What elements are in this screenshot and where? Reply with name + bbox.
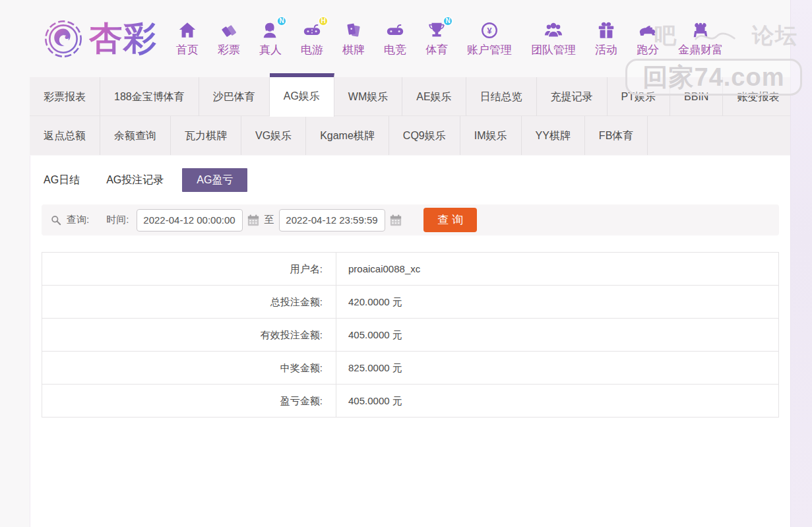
nav-item-活动[interactable]: 活动 bbox=[595, 20, 617, 57]
row-value: 825.0000 元 bbox=[336, 352, 778, 384]
subtab-row: AG日结AG投注记录AG盈亏 bbox=[44, 168, 790, 192]
esports-gamepad-icon bbox=[385, 20, 406, 40]
row-label: 用户名: bbox=[42, 253, 336, 285]
row-label: 总投注金额: bbox=[42, 286, 336, 318]
nav-item-体育[interactable]: N体育 bbox=[425, 20, 448, 57]
report-table: 用户名:proaicai0088_xc总投注金额:420.0000 元有效投注金… bbox=[42, 252, 779, 418]
date-range-separator: 至 bbox=[264, 214, 274, 226]
tab-WM娱乐[interactable]: WM娱乐 bbox=[334, 77, 402, 116]
nav-item-label: 活动 bbox=[595, 42, 617, 57]
tab-沙巴体育[interactable]: 沙巴体育 bbox=[199, 77, 270, 116]
tab-彩票报表[interactable]: 彩票报表 bbox=[30, 77, 100, 116]
home-icon bbox=[177, 20, 198, 40]
gift-icon bbox=[596, 20, 617, 40]
query-submit-button[interactable]: 查 询 bbox=[423, 208, 477, 232]
tab-IM娱乐[interactable]: IM娱乐 bbox=[460, 116, 522, 155]
rhino-icon bbox=[637, 20, 658, 40]
tab-瓦力棋牌[interactable]: 瓦力棋牌 bbox=[171, 116, 241, 155]
tab-余额查询[interactable]: 余额查询 bbox=[100, 116, 171, 155]
subtab-AG日结[interactable]: AG日结 bbox=[44, 168, 80, 192]
table-row: 总投注金额:420.0000 元 bbox=[42, 286, 778, 319]
date-to-input[interactable] bbox=[279, 209, 385, 232]
nav-item-棋牌[interactable]: 棋牌 bbox=[342, 20, 365, 57]
nav-item-电游[interactable]: H电游 bbox=[301, 20, 323, 57]
nav-item-账户管理[interactable]: ¥账户管理 bbox=[467, 20, 512, 57]
nav-item-label: 电竞 bbox=[384, 42, 406, 57]
tab-账变报表[interactable]: 账变报表 bbox=[723, 77, 794, 116]
nav-item-label: 棋牌 bbox=[342, 42, 365, 57]
main-nav: 首页彩票N真人H电游棋牌电竞N体育¥账户管理团队管理活动跑分金鼎财富 bbox=[176, 20, 723, 57]
content-panel: AG日结AG投注记录AG盈亏 查询: 时间: 至 查 询 用户名:proaica… bbox=[30, 156, 790, 527]
nav-item-团队管理[interactable]: 团队管理 bbox=[531, 20, 576, 57]
time-label: 时间: bbox=[106, 214, 129, 226]
nav-item-彩票[interactable]: 彩票 bbox=[218, 20, 240, 57]
tab-row-1: 彩票报表188金宝博体育沙巴体育AG娱乐WM娱乐AE娱乐日结总览充提记录PT娱乐… bbox=[30, 77, 790, 116]
subtab-AG盈亏[interactable]: AG盈亏 bbox=[182, 168, 247, 192]
tab-VG娱乐[interactable]: VG娱乐 bbox=[241, 116, 306, 155]
live-person-icon: N bbox=[260, 20, 281, 40]
nav-item-首页[interactable]: 首页 bbox=[176, 20, 199, 57]
nav-item-label: 电游 bbox=[301, 42, 323, 57]
badge-H: H bbox=[318, 16, 328, 26]
row-value: 405.0000 元 bbox=[336, 319, 778, 351]
brand-name: 杏彩 bbox=[89, 16, 158, 61]
tab-188金宝博体育[interactable]: 188金宝博体育 bbox=[100, 77, 199, 116]
tab-PT娱乐[interactable]: PT娱乐 bbox=[608, 77, 670, 116]
tab-BBIN[interactable]: BBIN bbox=[670, 77, 723, 116]
nav-item-label: 体育 bbox=[425, 42, 448, 57]
nav-item-电竞[interactable]: 电竞 bbox=[384, 20, 406, 57]
nav-item-label: 首页 bbox=[176, 42, 199, 57]
tab-AG娱乐[interactable]: AG娱乐 bbox=[270, 73, 334, 117]
nav-item-跑分[interactable]: 跑分 bbox=[637, 20, 659, 57]
badge-N: N bbox=[443, 16, 453, 26]
table-row: 中奖金额:825.0000 元 bbox=[42, 352, 778, 385]
nav-item-label: 账户管理 bbox=[467, 42, 512, 57]
table-row: 有效投注金额:405.0000 元 bbox=[42, 319, 778, 352]
calendar-icon-to[interactable] bbox=[389, 214, 402, 227]
nav-item-label: 金鼎财富 bbox=[678, 42, 723, 57]
brand-logo[interactable]: 杏彩 bbox=[43, 16, 158, 61]
tab-FB体育[interactable]: FB体育 bbox=[585, 116, 648, 155]
tab-充提记录[interactable]: 充提记录 bbox=[537, 77, 608, 116]
svg-text:¥: ¥ bbox=[487, 26, 491, 35]
tab-YY棋牌[interactable]: YY棋牌 bbox=[522, 116, 585, 155]
row-value: 405.0000 元 bbox=[336, 385, 778, 417]
calendar-icon-from[interactable] bbox=[247, 214, 260, 227]
row-value: 420.0000 元 bbox=[336, 286, 778, 318]
tab-AE娱乐[interactable]: AE娱乐 bbox=[402, 77, 466, 116]
table-row: 用户名:proaicai0088_xc bbox=[42, 253, 778, 286]
tab-CQ9娱乐[interactable]: CQ9娱乐 bbox=[389, 116, 460, 155]
table-row: 盈亏金额:405.0000 元 bbox=[42, 385, 778, 417]
page-right-gutter bbox=[790, 0, 812, 527]
report-tab-strip: 彩票报表188金宝博体育沙巴体育AG娱乐WM娱乐AE娱乐日结总览充提记录PT娱乐… bbox=[30, 77, 790, 155]
row-label: 盈亏金额: bbox=[42, 385, 336, 417]
tab-返点总额[interactable]: 返点总额 bbox=[30, 116, 100, 155]
search-icon bbox=[50, 214, 62, 226]
nav-item-label: 团队管理 bbox=[531, 42, 576, 57]
subtab-AG投注记录[interactable]: AG投注记录 bbox=[106, 168, 164, 192]
team-icon bbox=[543, 20, 564, 40]
query-label: 查询: bbox=[67, 214, 89, 226]
row-label: 中奖金额: bbox=[42, 352, 336, 384]
tab-row-2: 返点总额余额查询瓦力棋牌VG娱乐Kgame棋牌CQ9娱乐IM娱乐YY棋牌FB体育 bbox=[30, 116, 790, 155]
nav-item-label: 真人 bbox=[259, 42, 282, 57]
header: 杏彩 首页彩票N真人H电游棋牌电竞N体育¥账户管理团队管理活动跑分金鼎财富 bbox=[30, 0, 790, 77]
date-from-input[interactable] bbox=[137, 209, 243, 232]
cards-icon bbox=[343, 20, 364, 40]
brand-logo-icon bbox=[43, 18, 84, 59]
trophy-icon: N bbox=[426, 20, 447, 40]
nav-item-label: 彩票 bbox=[218, 42, 240, 57]
tab-Kgame棋牌[interactable]: Kgame棋牌 bbox=[306, 116, 389, 155]
nav-item-label: 跑分 bbox=[637, 42, 659, 57]
row-label: 有效投注金额: bbox=[42, 319, 336, 351]
ticket-icon bbox=[218, 20, 239, 40]
badge-N: N bbox=[276, 16, 287, 26]
nav-item-金鼎财富[interactable]: 金鼎财富 bbox=[678, 20, 723, 57]
throne-icon bbox=[690, 20, 711, 40]
row-value: proaicai0088_xc bbox=[336, 253, 778, 285]
yuan-coin-icon: ¥ bbox=[479, 20, 500, 40]
nav-item-真人[interactable]: N真人 bbox=[259, 20, 282, 57]
query-bar: 查询: 时间: 至 查 询 bbox=[42, 204, 779, 235]
slots-gamepad-icon: H bbox=[301, 20, 323, 40]
tab-日结总览[interactable]: 日结总览 bbox=[466, 77, 537, 116]
